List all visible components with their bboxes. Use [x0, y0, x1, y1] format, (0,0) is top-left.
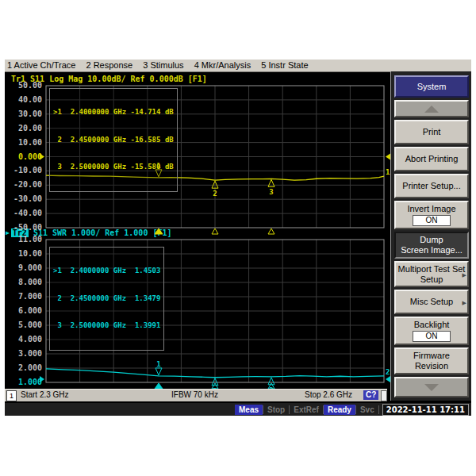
trace1-marker-table: >1 2.4000000 GHz -14.714 dB 2 2.4500000 …	[49, 88, 178, 192]
marker-row: 3 2.5000000 GHz 1.3991	[53, 321, 160, 331]
y-axis-label: 9.000	[5, 263, 42, 272]
marker-number: 3	[269, 188, 273, 196]
y-axis-label: 30.00	[5, 109, 42, 118]
y-axis-label: 1.000	[5, 378, 42, 386]
status-separator	[378, 405, 379, 414]
multiport-label-line2: Setup	[420, 274, 443, 285]
invert-image-button[interactable]: Invert Image ON	[394, 201, 469, 229]
softkey-menu-title: System	[394, 75, 469, 98]
marker-row: 3 2.5000000 GHz -15.580 dB	[53, 163, 174, 172]
y-axis-label: 6.000	[5, 306, 42, 315]
invert-image-label: Invert Image	[407, 204, 455, 214]
y-axis-label: 4.000	[5, 335, 42, 344]
y-axis-label: 50.00	[5, 81, 42, 90]
dump-label-line1: Dump	[420, 235, 443, 245]
correction-status-badge: C?	[363, 390, 378, 400]
marker-row: >1 2.4000000 GHz 1.4503	[53, 267, 160, 276]
print-button[interactable]: Print	[394, 120, 469, 144]
start-frequency-label: Start 2.3 GHz	[21, 390, 69, 400]
status-svc: Svc	[356, 405, 378, 415]
y-axis-label: 2.000	[5, 363, 42, 372]
stimulus-bar: 1 Start 2.3 GHz IFBW 70 kHz Stop 2.6 GHz…	[5, 389, 387, 401]
y-axis-label: -10.00	[5, 166, 42, 175]
y-axis-label: 5.000	[5, 321, 42, 329]
up-triangle-icon	[424, 106, 439, 113]
stop-frequency-label: Stop 2.6 GHz	[305, 390, 352, 400]
status-extref: ExtRef	[290, 405, 323, 415]
corner-box	[381, 390, 387, 401]
dump-screen-image-button[interactable]: Dump Screen Image...	[394, 232, 469, 259]
marker-row: 2 2.4500000 GHz 1.3479	[53, 294, 160, 304]
submenu-arrow-icon: ▶	[463, 297, 466, 307]
status-bar: Meas Stop ExtRef Ready Svc 2022-11-11 17…	[5, 403, 471, 416]
y-axis-label: -40.00	[5, 209, 42, 217]
trace-end-number: 1	[386, 168, 390, 176]
y-axis-label: -20.00	[5, 180, 42, 189]
y-axis-label: -30.00	[5, 194, 42, 203]
y-axis-label: 10.00	[5, 249, 42, 258]
dump-label-line2: Screen Image...	[401, 245, 463, 255]
abort-printing-button[interactable]: Abort Printing	[394, 147, 469, 171]
channel-number-box: 1	[6, 390, 17, 401]
marker-number: 1	[156, 360, 160, 368]
trace-end-number: 2	[386, 368, 390, 376]
clock: 2022-11-11 17:11	[382, 404, 469, 416]
multiport-test-set-setup-button[interactable]: Multiport Test Set Setup ▶	[394, 261, 469, 287]
marker-number: 2	[213, 190, 217, 198]
scroll-down-button[interactable]	[394, 377, 469, 397]
y-axis-label: 7.000	[5, 292, 42, 301]
status-meas: Meas	[235, 405, 263, 415]
y-axis-label: 11.00	[5, 235, 42, 244]
backlight-button[interactable]: Backlight ON	[394, 317, 469, 345]
marker-glyph	[268, 179, 274, 186]
y-axis-label: 0.000	[5, 152, 42, 161]
firmware-revision-button[interactable]: Firmware Revision	[394, 347, 469, 374]
analyzer-screen: 1 Active Ch/Trace 2 Response 3 Stimulus …	[5, 60, 471, 416]
y-axis-label: 3.000	[5, 349, 42, 358]
backlight-state: ON	[413, 331, 451, 342]
y-axis-label: 10.00	[5, 138, 42, 147]
printer-setup-button[interactable]: Printer Setup...	[394, 174, 469, 198]
softkey-menu: System Print Abort Printing Printer Setu…	[390, 71, 471, 401]
y-axis-label: -50.00	[5, 223, 42, 232]
invert-image-state: ON	[413, 215, 451, 226]
ifbw-label: IFBW 70 kHz	[171, 390, 218, 400]
firmware-label-line2: Revision	[415, 361, 448, 371]
marker-stimulus-indicator	[268, 228, 274, 234]
down-triangle-icon	[424, 384, 439, 391]
backlight-label: Backlight	[414, 320, 450, 330]
marker-stimulus-indicator	[155, 383, 163, 389]
screenshot-page: 1 Active Ch/Trace 2 Response 3 Stimulus …	[0, 0, 476, 476]
y-axis-label: 40.00	[5, 95, 42, 104]
status-ready: Ready	[324, 405, 355, 415]
marker-glyph	[155, 368, 162, 375]
scroll-up-button[interactable]	[394, 100, 469, 117]
trace2-marker-table: >1 2.4000000 GHz 1.4503 2 2.4500000 GHz …	[49, 247, 164, 351]
marker-row: >1 2.4000000 GHz -14.714 dB	[53, 108, 174, 117]
y-axis-label: 8.000	[5, 278, 42, 286]
marker-stimulus-indicator	[155, 228, 163, 234]
misc-setup-button[interactable]: Misc Setup ▶	[394, 290, 469, 314]
multiport-label-line1: Multiport Test Set	[398, 264, 466, 274]
submenu-arrow-icon: ▶	[463, 269, 466, 279]
misc-setup-label: Misc Setup	[410, 297, 453, 307]
marker-stimulus-indicator	[212, 228, 218, 234]
firmware-label-line1: Firmware	[413, 351, 450, 361]
status-stop: Stop	[263, 405, 289, 415]
marker-row: 2 2.4500000 GHz -16.585 dB	[53, 136, 174, 145]
y-axis-label: 20.00	[5, 124, 42, 132]
